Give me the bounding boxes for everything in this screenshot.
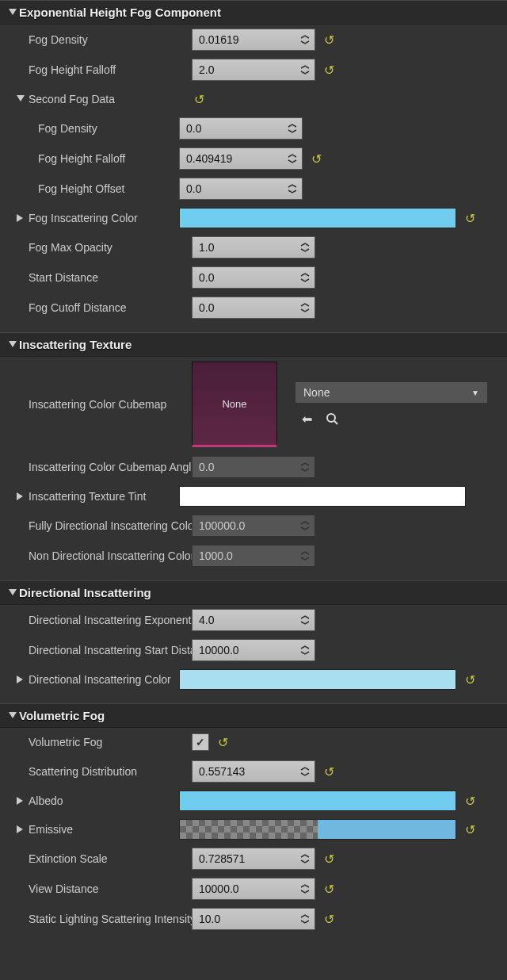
browse-icon[interactable] — [323, 410, 341, 427]
row-cubemap-angle: Inscattering Color Cubemap Angle 0.0 — [0, 452, 507, 482]
scattering-dist-input[interactable]: 0.557143 — [192, 760, 315, 783]
expand-icon[interactable] — [16, 214, 25, 222]
label: Start Distance — [29, 271, 192, 284]
spinner-icon[interactable] — [286, 148, 299, 169]
emissive-swatch[interactable] — [179, 819, 456, 840]
alpha-checker — [180, 820, 318, 839]
reset-icon[interactable]: ↺ — [322, 764, 336, 779]
spinner-icon[interactable] — [286, 118, 299, 139]
label: Directional Inscattering Exponent — [29, 614, 192, 626]
expand-icon[interactable] — [16, 676, 25, 683]
spinner-icon[interactable] — [299, 297, 311, 318]
spinner-icon[interactable] — [299, 267, 311, 288]
svg-marker-1 — [17, 95, 25, 101]
second-fog-falloff-input[interactable]: 0.409419 — [179, 147, 303, 170]
section-title: Directional Inscattering — [19, 586, 151, 599]
row-dir-start: Directional Inscattering Start Distance … — [0, 635, 507, 665]
row-second-fog-data[interactable]: Second Fog Data ↺ — [0, 85, 507, 113]
label: Emissive — [29, 823, 179, 836]
section-header-directional[interactable]: Directional Inscattering — [0, 580, 507, 605]
fog-max-opacity-input[interactable]: 1.0 — [192, 236, 315, 258]
spinner-icon[interactable] — [286, 178, 299, 199]
expand-icon[interactable] — [16, 492, 25, 500]
dir-start-input[interactable]: 10000.0 — [192, 639, 315, 661]
spinner-icon[interactable] — [299, 848, 311, 869]
section-title: Inscattering Texture — [19, 338, 132, 351]
section-header-inscattering-texture[interactable]: Inscattering Texture — [0, 332, 507, 357]
row-second-fog-density: Fog Density 0.0 — [0, 113, 507, 144]
label: Non Directional Inscattering Color Dista… — [29, 549, 192, 562]
fog-density-input[interactable]: 0.01619 — [192, 29, 315, 51]
reset-icon[interactable]: ↺ — [322, 63, 336, 78]
collapse-icon — [8, 588, 17, 598]
row-start-distance: Start Distance 0.0 — [0, 262, 507, 293]
reset-icon[interactable]: ↺ — [463, 672, 477, 687]
dir-color-swatch[interactable] — [179, 669, 456, 690]
row-extinction: Extinction Scale 0.728571 ↺ — [0, 844, 507, 874]
label: Fog Max Opacity — [29, 241, 192, 254]
reset-icon[interactable]: ↺ — [322, 882, 336, 897]
spinner-icon[interactable] — [299, 237, 311, 258]
row-dir-exponent: Directional Inscattering Exponent 4.0 — [0, 605, 507, 635]
row-inscattering-cubemap: Inscattering Color Cubemap None None ▼ ⬅ — [0, 357, 507, 452]
view-distance-input[interactable]: 10000.0 — [192, 878, 315, 900]
tint-color-swatch[interactable] — [179, 486, 466, 507]
dir-exponent-input[interactable]: 4.0 — [192, 609, 315, 631]
label: Second Fog Data — [29, 93, 192, 105]
svg-marker-7 — [9, 589, 17, 595]
spinner-icon[interactable] — [299, 879, 311, 899]
fog-height-falloff-input[interactable]: 2.0 — [192, 59, 315, 81]
svg-marker-2 — [17, 214, 23, 222]
second-fog-offset-input[interactable]: 0.0 — [179, 178, 303, 200]
label: Fog Height Falloff — [38, 152, 179, 165]
svg-marker-3 — [9, 341, 17, 347]
svg-marker-10 — [17, 797, 23, 805]
spinner-icon — [299, 457, 311, 477]
row-fog-cutoff: Fog Cutoff Distance 0.0 — [0, 293, 507, 323]
label: Fog Inscattering Color — [29, 212, 179, 224]
expand-icon[interactable] — [16, 825, 25, 833]
label: Static Lighting Scattering Intensity — [29, 913, 192, 925]
static-lighting-input[interactable]: 10.0 — [192, 908, 315, 930]
emissive-solid — [318, 820, 456, 839]
row-second-fog-falloff: Fog Height Falloff 0.409419 ↺ — [0, 144, 507, 174]
reset-icon[interactable]: ↺ — [463, 794, 477, 809]
reset-icon[interactable]: ↺ — [192, 92, 206, 107]
row-fog-height-falloff: Fog Height Falloff 2.0 ↺ — [0, 55, 507, 85]
cubemap-thumbnail[interactable]: None — [192, 362, 277, 447]
reset-icon[interactable]: ↺ — [322, 912, 336, 927]
cutoff-distance-input[interactable]: 0.0 — [192, 297, 315, 319]
label: Fog Height Offset — [38, 182, 179, 195]
label: Inscattering Texture Tint — [29, 490, 179, 503]
fog-inscattering-color-swatch[interactable] — [179, 208, 456, 228]
expand-icon[interactable] — [16, 797, 25, 805]
expand-icon[interactable] — [16, 95, 25, 103]
cubemap-dropdown[interactable]: None ▼ — [295, 381, 488, 404]
reset-icon[interactable]: ↺ — [463, 211, 477, 226]
volumetric-fog-checkbox[interactable]: ✓ — [192, 733, 209, 751]
second-fog-density-input[interactable]: 0.0 — [179, 117, 303, 140]
svg-point-4 — [327, 414, 335, 422]
row-second-fog-offset: Fog Height Offset 0.0 — [0, 174, 507, 204]
spinner-icon[interactable] — [299, 29, 311, 50]
label: Scattering Distribution — [29, 765, 192, 778]
spinner-icon[interactable] — [299, 59, 311, 80]
reset-icon[interactable]: ↺ — [215, 735, 230, 750]
reset-icon[interactable]: ↺ — [463, 822, 477, 837]
spinner-icon[interactable] — [299, 761, 311, 782]
use-selected-icon[interactable]: ⬅ — [298, 410, 315, 427]
section-header-fog[interactable]: Exponential Height Fog Component — [0, 0, 507, 25]
reset-icon[interactable]: ↺ — [322, 33, 336, 48]
label: Fully Directional Inscattering Color Dis… — [29, 519, 192, 532]
section-header-volumetric[interactable]: Volumetric Fog — [0, 703, 507, 728]
spinner-icon[interactable] — [299, 640, 311, 660]
row-fully-directional: Fully Directional Inscattering Color Dis… — [0, 511, 507, 541]
row-emissive: Emissive ↺ — [0, 815, 507, 844]
spinner-icon[interactable] — [299, 909, 311, 929]
albedo-swatch[interactable] — [179, 791, 456, 811]
reset-icon[interactable]: ↺ — [309, 151, 323, 167]
extinction-input[interactable]: 0.728571 — [192, 848, 315, 870]
spinner-icon[interactable] — [299, 610, 311, 630]
reset-icon[interactable]: ↺ — [322, 852, 336, 867]
start-distance-input[interactable]: 0.0 — [192, 266, 315, 289]
